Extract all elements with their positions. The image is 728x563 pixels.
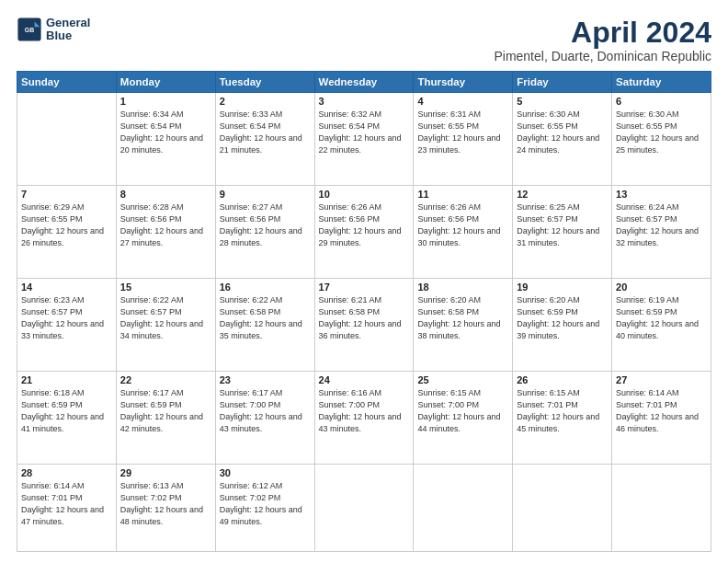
cell-text: Sunrise: 6:13 AMSunset: 7:02 PMDaylight:…	[120, 480, 211, 528]
logo: GB General Blue	[17, 17, 90, 43]
cell-text: Sunrise: 6:34 AMSunset: 6:54 PMDaylight:…	[120, 109, 211, 156]
day-number: 28	[21, 467, 112, 478]
day-number: 24	[319, 374, 410, 385]
calendar-cell: 6Sunrise: 6:30 AMSunset: 6:55 PMDaylight…	[612, 93, 711, 186]
cell-text: Sunrise: 6:26 AMSunset: 6:56 PMDaylight:…	[319, 201, 410, 249]
calendar-cell	[17, 93, 117, 186]
weekday-header-tuesday: Tuesday	[215, 72, 314, 93]
cell-text: Sunrise: 6:20 AMSunset: 6:58 PMDaylight:…	[417, 294, 508, 342]
calendar-cell: 14Sunrise: 6:23 AMSunset: 6:57 PMDayligh…	[17, 279, 117, 372]
day-number: 12	[517, 189, 608, 200]
weekday-header-row: SundayMondayTuesdayWednesdayThursdayFrid…	[17, 72, 711, 93]
day-number: 14	[21, 282, 112, 293]
calendar-table: SundayMondayTuesdayWednesdayThursdayFrid…	[17, 71, 711, 552]
week-row-1: 7Sunrise: 6:29 AMSunset: 6:55 PMDaylight…	[17, 186, 711, 279]
day-number: 8	[120, 189, 211, 200]
week-row-4: 28Sunrise: 6:14 AMSunset: 7:01 PMDayligh…	[17, 465, 711, 552]
calendar-cell	[314, 465, 414, 552]
page: GB General Blue April 2024 Pimentel, Dua…	[0, 0, 728, 563]
week-row-2: 14Sunrise: 6:23 AMSunset: 6:57 PMDayligh…	[17, 279, 711, 372]
day-number: 23	[220, 374, 311, 385]
day-number: 2	[220, 96, 311, 107]
calendar-cell: 7Sunrise: 6:29 AMSunset: 6:55 PMDaylight…	[17, 186, 117, 279]
calendar-cell: 17Sunrise: 6:21 AMSunset: 6:58 PMDayligh…	[314, 279, 414, 372]
cell-text: Sunrise: 6:15 AMSunset: 7:00 PMDaylight:…	[417, 387, 508, 435]
cell-text: Sunrise: 6:26 AMSunset: 6:56 PMDaylight:…	[417, 201, 508, 249]
day-number: 13	[616, 189, 707, 200]
day-number: 20	[616, 282, 707, 293]
cell-text: Sunrise: 6:20 AMSunset: 6:59 PMDaylight:…	[517, 294, 608, 342]
day-number: 26	[517, 374, 608, 385]
day-number: 6	[616, 96, 707, 107]
cell-text: Sunrise: 6:16 AMSunset: 7:00 PMDaylight:…	[319, 387, 410, 435]
day-number: 15	[120, 282, 211, 293]
day-number: 9	[220, 189, 311, 200]
calendar-cell: 25Sunrise: 6:15 AMSunset: 7:00 PMDayligh…	[414, 372, 513, 465]
day-number: 18	[417, 282, 508, 293]
calendar-cell: 28Sunrise: 6:14 AMSunset: 7:01 PMDayligh…	[17, 465, 117, 552]
weekday-header-wednesday: Wednesday	[314, 72, 414, 93]
calendar-cell: 11Sunrise: 6:26 AMSunset: 6:56 PMDayligh…	[414, 186, 513, 279]
calendar-cell: 1Sunrise: 6:34 AMSunset: 6:54 PMDaylight…	[116, 93, 215, 186]
cell-text: Sunrise: 6:30 AMSunset: 6:55 PMDaylight:…	[517, 109, 608, 156]
day-number: 27	[616, 374, 707, 385]
calendar-cell: 8Sunrise: 6:28 AMSunset: 6:56 PMDaylight…	[116, 186, 215, 279]
calendar-cell: 26Sunrise: 6:15 AMSunset: 7:01 PMDayligh…	[513, 372, 612, 465]
calendar-cell: 16Sunrise: 6:22 AMSunset: 6:58 PMDayligh…	[215, 279, 314, 372]
cell-text: Sunrise: 6:28 AMSunset: 6:56 PMDaylight:…	[120, 201, 211, 249]
logo-text: General Blue	[46, 17, 90, 43]
calendar-cell: 27Sunrise: 6:14 AMSunset: 7:01 PMDayligh…	[612, 372, 711, 465]
cell-text: Sunrise: 6:22 AMSunset: 6:57 PMDaylight:…	[120, 294, 211, 342]
day-number: 29	[120, 467, 211, 478]
calendar-cell: 15Sunrise: 6:22 AMSunset: 6:57 PMDayligh…	[116, 279, 215, 372]
svg-text:GB: GB	[25, 27, 35, 33]
calendar-cell: 2Sunrise: 6:33 AMSunset: 6:54 PMDaylight…	[215, 93, 314, 186]
cell-text: Sunrise: 6:19 AMSunset: 6:59 PMDaylight:…	[616, 294, 707, 342]
day-number: 17	[319, 282, 410, 293]
day-number: 11	[417, 189, 508, 200]
calendar-cell: 4Sunrise: 6:31 AMSunset: 6:55 PMDaylight…	[414, 93, 513, 186]
cell-text: Sunrise: 6:29 AMSunset: 6:55 PMDaylight:…	[21, 201, 112, 249]
weekday-header-thursday: Thursday	[414, 72, 513, 93]
calendar-cell: 12Sunrise: 6:25 AMSunset: 6:57 PMDayligh…	[513, 186, 612, 279]
cell-text: Sunrise: 6:18 AMSunset: 6:59 PMDaylight:…	[21, 387, 112, 435]
day-number: 10	[319, 189, 410, 200]
weekday-header-sunday: Sunday	[17, 72, 117, 93]
calendar-cell: 20Sunrise: 6:19 AMSunset: 6:59 PMDayligh…	[612, 279, 711, 372]
day-number: 5	[517, 96, 608, 107]
cell-text: Sunrise: 6:23 AMSunset: 6:57 PMDaylight:…	[21, 294, 112, 342]
calendar-cell: 22Sunrise: 6:17 AMSunset: 6:59 PMDayligh…	[116, 372, 215, 465]
weekday-header-friday: Friday	[513, 72, 612, 93]
calendar-cell: 30Sunrise: 6:12 AMSunset: 7:02 PMDayligh…	[215, 465, 314, 552]
day-number: 16	[220, 282, 311, 293]
cell-text: Sunrise: 6:14 AMSunset: 7:01 PMDaylight:…	[616, 387, 707, 435]
cell-text: Sunrise: 6:30 AMSunset: 6:55 PMDaylight:…	[616, 109, 707, 156]
day-number: 1	[120, 96, 211, 107]
calendar-cell	[612, 465, 711, 552]
calendar-cell: 9Sunrise: 6:27 AMSunset: 6:56 PMDaylight…	[215, 186, 314, 279]
calendar-cell: 5Sunrise: 6:30 AMSunset: 6:55 PMDaylight…	[513, 93, 612, 186]
day-number: 19	[517, 282, 608, 293]
calendar-cell	[513, 465, 612, 552]
logo-line2: Blue	[46, 29, 90, 42]
day-number: 22	[120, 374, 211, 385]
calendar-cell: 24Sunrise: 6:16 AMSunset: 7:00 PMDayligh…	[314, 372, 414, 465]
calendar-cell: 18Sunrise: 6:20 AMSunset: 6:58 PMDayligh…	[414, 279, 513, 372]
cell-text: Sunrise: 6:15 AMSunset: 7:01 PMDaylight:…	[517, 387, 608, 435]
day-number: 25	[417, 374, 508, 385]
calendar-cell: 23Sunrise: 6:17 AMSunset: 7:00 PMDayligh…	[215, 372, 314, 465]
calendar-cell: 21Sunrise: 6:18 AMSunset: 6:59 PMDayligh…	[17, 372, 117, 465]
logo-line1: General	[46, 17, 90, 29]
day-number: 4	[417, 96, 508, 107]
day-number: 7	[21, 189, 112, 200]
logo-icon: GB	[17, 17, 42, 42]
cell-text: Sunrise: 6:31 AMSunset: 6:55 PMDaylight:…	[417, 109, 508, 156]
weekday-header-saturday: Saturday	[612, 72, 711, 93]
day-number: 21	[21, 374, 112, 385]
cell-text: Sunrise: 6:17 AMSunset: 7:00 PMDaylight:…	[220, 387, 311, 435]
subtitle: Pimentel, Duarte, Dominican Republic	[494, 49, 711, 63]
calendar-cell: 3Sunrise: 6:32 AMSunset: 6:54 PMDaylight…	[314, 93, 414, 186]
calendar-cell: 13Sunrise: 6:24 AMSunset: 6:57 PMDayligh…	[612, 186, 711, 279]
cell-text: Sunrise: 6:33 AMSunset: 6:54 PMDaylight:…	[220, 109, 311, 156]
weekday-header-monday: Monday	[116, 72, 215, 93]
